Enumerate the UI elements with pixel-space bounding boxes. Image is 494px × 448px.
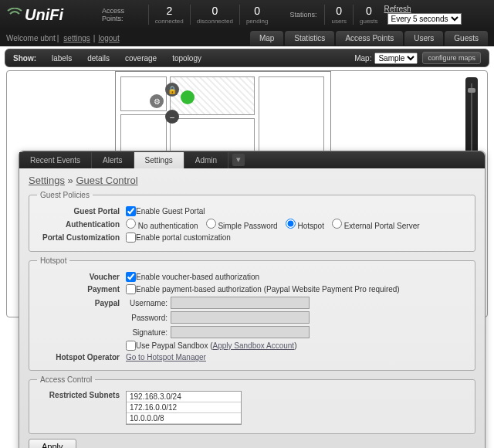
logout-link[interactable]: logout xyxy=(98,34,119,42)
subnet-row[interactable]: 10.0.0.0/8 xyxy=(127,413,241,424)
close-icon[interactable]: ▾ xyxy=(232,154,245,166)
tab-map[interactable]: Map xyxy=(250,31,283,46)
show-topology[interactable]: topology xyxy=(172,54,201,63)
ap-marker-down[interactable]: – xyxy=(165,110,179,124)
auth-hotspot-radio[interactable] xyxy=(286,219,296,229)
show-coverage[interactable]: coverage xyxy=(125,54,157,63)
paypal-password-input[interactable] xyxy=(171,311,310,324)
ap-marker-online[interactable] xyxy=(181,90,195,104)
ap-marker-locked[interactable]: 🔒 xyxy=(165,83,179,97)
paypal-username-input[interactable] xyxy=(171,297,310,309)
dtab-admin[interactable]: Admin xyxy=(184,152,228,168)
settings-link[interactable]: settings xyxy=(63,34,90,42)
show-details[interactable]: details xyxy=(87,54,110,63)
tab-statistics[interactable]: Statistics xyxy=(285,31,334,46)
ap-stats: Access Points: 2connected 0disconnected … xyxy=(102,5,274,25)
subnet-row[interactable]: 192.168.3.0/24 xyxy=(127,392,241,402)
settings-dialog: Recent Events Alerts Settings Admin ▾ Se… xyxy=(19,151,486,448)
guest-portal-checkbox[interactable] xyxy=(126,206,136,216)
welcome-text: Welcome ubnt xyxy=(6,34,56,42)
apply-button[interactable]: Apply xyxy=(29,439,76,448)
subnet-list[interactable]: 192.168.3.0/24 172.16.0.0/12 10.0.0.0/8 xyxy=(126,391,242,425)
sandbox-checkbox[interactable] xyxy=(126,341,136,351)
voucher-checkbox[interactable] xyxy=(126,272,136,282)
dtab-events[interactable]: Recent Events xyxy=(19,152,92,168)
auth-external-radio[interactable] xyxy=(332,219,342,229)
sandbox-link[interactable]: Apply Sandbox Account xyxy=(213,341,295,350)
tab-users[interactable]: Users xyxy=(404,31,443,46)
auth-simple-radio[interactable] xyxy=(206,219,216,229)
auth-none-radio[interactable] xyxy=(126,219,136,229)
dtab-settings[interactable]: Settings xyxy=(134,152,184,168)
refresh-control[interactable]: Refresh Every 5 seconds xyxy=(384,5,488,25)
refresh-select[interactable]: Every 5 seconds xyxy=(387,13,462,25)
paypal-signature-input[interactable] xyxy=(171,326,310,338)
crumb-settings[interactable]: Settings xyxy=(29,175,65,186)
map-select[interactable]: Sample xyxy=(374,53,418,64)
configure-maps-button[interactable]: configure maps xyxy=(422,52,481,64)
subnet-row[interactable]: 172.16.0.0/12 xyxy=(127,402,241,413)
hotspot-manager-link[interactable]: Go to Hotspot Manager xyxy=(126,353,206,361)
show-labels[interactable]: labels xyxy=(52,54,72,63)
tab-access-points[interactable]: Access Points xyxy=(336,31,403,46)
portal-custom-checkbox[interactable] xyxy=(126,232,136,243)
show-label: Show: xyxy=(13,54,36,63)
brand-logo: UniFi xyxy=(6,6,63,24)
crumb-guest[interactable]: Guest Control xyxy=(76,175,137,186)
dtab-alerts[interactable]: Alerts xyxy=(92,152,134,168)
ap-marker-gear[interactable]: ⚙ xyxy=(150,94,164,108)
map-label: Map: xyxy=(354,54,371,63)
breadcrumb: Settings » Guest Control xyxy=(29,175,475,186)
station-stats: Stations: 0users 0guests xyxy=(289,5,384,25)
payment-checkbox[interactable] xyxy=(126,284,136,294)
tab-guests[interactable]: Guests xyxy=(445,31,488,46)
